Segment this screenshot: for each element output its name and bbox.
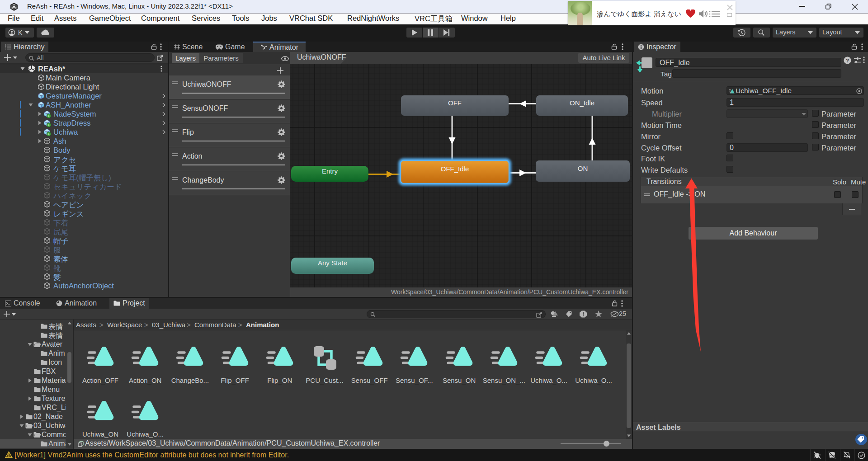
svg-text:Entry: Entry [322,167,338,175]
svg-text:OFF_Idle: OFF_Idle [441,165,469,173]
svg-text:ON_Idle: ON_Idle [570,99,594,107]
svg-text:Any State: Any State [318,259,347,267]
svg-text:ON: ON [578,165,588,172]
svg-text:OFF: OFF [448,99,462,107]
svg-text:?: ? [846,58,849,63]
